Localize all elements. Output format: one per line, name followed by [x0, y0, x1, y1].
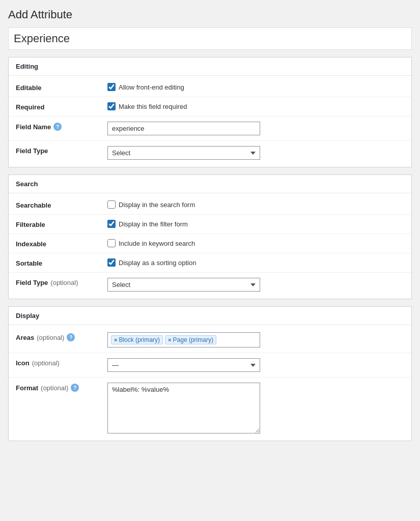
format-textarea[interactable]: %label%: %value%	[107, 383, 260, 433]
search-section: Search Searchable Display in the search …	[8, 175, 412, 299]
indexable-row: Indexable Include in keyword search	[9, 234, 411, 253]
tag-page-primary-close[interactable]: ×	[168, 337, 171, 343]
display-section-body: Areas (optional) ? × Block (primary) × P…	[9, 325, 411, 441]
format-label: Format (optional) ?	[16, 383, 107, 392]
filterable-label: Filterable	[16, 220, 107, 228]
required-row: Required Make this field required	[9, 97, 411, 117]
search-field-type-label: Field Type (optional)	[16, 278, 107, 286]
editing-field-type-select[interactable]: Select	[107, 146, 260, 160]
tag-block-primary-text: Block (primary)	[119, 336, 160, 343]
tag-page-primary-text: Page (primary)	[173, 336, 213, 343]
tag-block-primary[interactable]: × Block (primary)	[111, 335, 163, 344]
search-section-body: Searchable Display in the search form Fi…	[9, 193, 411, 299]
editable-control: Allow front-end editing	[107, 83, 404, 91]
search-field-type-select[interactable]: Select	[107, 278, 260, 292]
indexable-checkbox-text: Include in keyword search	[119, 240, 195, 247]
format-control: %label%: %value%	[107, 383, 404, 433]
areas-control: × Block (primary) × Page (primary)	[107, 332, 404, 348]
icon-optional: (optional)	[32, 359, 60, 367]
tag-page-primary[interactable]: × Page (primary)	[165, 335, 216, 344]
indexable-label: Indexable	[16, 239, 107, 248]
sortable-control: Display as a sorting option	[107, 258, 404, 267]
required-label: Required	[16, 102, 107, 111]
page-title: Add Attribute	[8, 8, 412, 21]
format-help-icon[interactable]: ?	[71, 384, 79, 392]
editing-section-body: Editable Allow front-end editing Require…	[9, 76, 411, 167]
search-field-type-control: Select	[107, 278, 404, 292]
search-field-type-row: Field Type (optional) Select	[9, 273, 411, 297]
editing-section: Editing Editable Allow front-end editing…	[8, 57, 412, 167]
areas-row: Areas (optional) ? × Block (primary) × P…	[9, 327, 411, 353]
search-field-type-optional: (optional)	[50, 279, 78, 286]
field-name-label: Field Name ?	[16, 122, 107, 131]
field-name-control	[107, 122, 404, 135]
indexable-control: Include in keyword search	[107, 239, 404, 247]
sortable-checkbox-text: Display as a sorting option	[119, 259, 196, 267]
editing-field-type-control: Select	[107, 146, 404, 160]
areas-optional: (optional)	[37, 334, 64, 341]
areas-label: Areas (optional) ?	[16, 332, 107, 341]
required-checkbox[interactable]	[107, 102, 116, 110]
required-control: Make this field required	[107, 102, 404, 110]
sortable-label: Sortable	[16, 258, 107, 267]
filterable-checkbox-label[interactable]: Display in the filter form	[107, 220, 188, 228]
indexable-checkbox[interactable]	[107, 239, 116, 247]
areas-help-icon[interactable]: ?	[67, 333, 75, 341]
editable-checkbox-label[interactable]: Allow front-end editing	[107, 83, 184, 91]
icon-row: Icon (optional) —	[9, 353, 411, 378]
icon-select[interactable]: —	[107, 358, 260, 372]
editable-checkbox[interactable]	[107, 83, 116, 91]
format-row: Format (optional) ? %label%: %value%	[9, 378, 411, 439]
search-section-header: Search	[9, 175, 411, 193]
searchable-row: Searchable Display in the search form	[9, 195, 411, 215]
editing-field-type-row: Field Type Select	[9, 141, 411, 165]
indexable-checkbox-label[interactable]: Include in keyword search	[107, 239, 195, 247]
format-optional: (optional)	[41, 384, 68, 392]
filterable-checkbox[interactable]	[107, 220, 116, 228]
tag-block-primary-close[interactable]: ×	[114, 337, 117, 343]
sortable-checkbox[interactable]	[107, 258, 116, 267]
attribute-name-input[interactable]	[8, 27, 412, 50]
icon-control: —	[107, 358, 404, 372]
editable-checkbox-text: Allow front-end editing	[119, 83, 184, 91]
sortable-checkbox-label[interactable]: Display as a sorting option	[107, 258, 196, 267]
field-name-help-icon[interactable]: ?	[53, 123, 62, 131]
filterable-row: Filterable Display in the filter form	[9, 215, 411, 234]
icon-label: Icon (optional)	[16, 358, 107, 367]
sortable-row: Sortable Display as a sorting option	[9, 253, 411, 273]
editable-row: Editable Allow front-end editing	[9, 78, 411, 97]
searchable-control: Display in the search form	[107, 200, 404, 209]
filterable-checkbox-text: Display in the filter form	[119, 220, 188, 228]
display-section-header: Display	[9, 307, 411, 325]
searchable-checkbox[interactable]	[107, 200, 116, 209]
editable-label: Editable	[16, 83, 107, 92]
searchable-label: Searchable	[16, 200, 107, 209]
field-name-input[interactable]	[107, 122, 260, 135]
editing-field-type-label: Field Type	[16, 146, 107, 155]
searchable-checkbox-label[interactable]: Display in the search form	[107, 200, 195, 209]
display-section: Display Areas (optional) ? × Block (prim…	[8, 306, 412, 441]
searchable-checkbox-text: Display in the search form	[119, 201, 195, 209]
required-checkbox-label[interactable]: Make this field required	[107, 102, 187, 110]
filterable-control: Display in the filter form	[107, 220, 404, 228]
required-checkbox-text: Make this field required	[119, 103, 187, 110]
areas-tag-container[interactable]: × Block (primary) × Page (primary)	[107, 332, 260, 348]
editing-section-header: Editing	[9, 57, 411, 76]
field-name-row: Field Name ?	[9, 117, 411, 141]
